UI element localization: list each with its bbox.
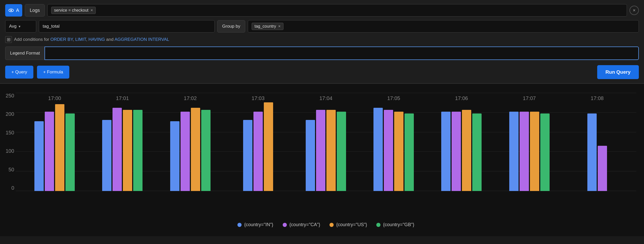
legend-item: {country="US"}	[330, 222, 367, 227]
legend-item: {country="CA"}	[283, 222, 320, 227]
chart-legend: {country="IN"}{country="CA"}{country="US…	[16, 222, 636, 233]
add-conditions-button[interactable]: ⊞	[5, 36, 12, 43]
y-label-100: 100	[1, 148, 14, 154]
bar-group	[224, 102, 292, 191]
bar-green	[540, 113, 550, 191]
bar-green	[472, 113, 482, 191]
legend-label: {country="CA"}	[289, 222, 320, 227]
bar-purple	[45, 112, 54, 191]
legend-label: {country="GB"}	[383, 222, 414, 227]
bars-container	[16, 93, 636, 191]
bar-group	[21, 104, 88, 191]
legend-dot	[376, 223, 380, 227]
agg-interval-link[interactable]: AGGREGATION INTERVAL	[115, 37, 169, 42]
bar-blue	[102, 120, 111, 191]
bar-group	[360, 108, 428, 191]
bar-green	[201, 110, 211, 191]
chart-area: 0 50 100 150 200 250 17:0017:0117:0217:0…	[16, 93, 636, 217]
bar-group	[496, 112, 563, 191]
legend-format-row: Legend Format	[5, 47, 639, 60]
bar-group	[563, 113, 631, 191]
bar-purple	[113, 108, 122, 191]
filter-tag-close-icon[interactable]: ×	[91, 8, 93, 13]
limit-link[interactable]: LIMIT	[75, 37, 86, 42]
eye-a-button[interactable]: A	[5, 4, 22, 17]
bar-blue	[441, 112, 451, 191]
bar-blue	[34, 121, 44, 191]
y-label-150: 150	[1, 130, 14, 136]
bar-orange	[394, 112, 403, 191]
avg-dropdown[interactable]: Avg ▾	[5, 20, 36, 33]
bar-blue	[306, 120, 315, 191]
group-by-bar[interactable]: tag_country ×	[248, 20, 639, 33]
bar-purple	[253, 112, 263, 191]
group-by-label: Group by	[217, 20, 245, 33]
chevron-down-icon: ▾	[19, 24, 20, 28]
eye-icon	[8, 7, 14, 13]
bar-purple	[384, 110, 393, 191]
logs-tab[interactable]: Logs	[25, 4, 45, 17]
top-panel: A Logs service = checkout × × Avg ▾ Grou…	[0, 0, 644, 84]
bar-blue	[509, 112, 519, 191]
legend-format-input[interactable]	[44, 47, 639, 60]
svg-point-1	[10, 10, 12, 11]
chart-panel: 0 50 100 150 200 250 17:0017:0117:0217:0…	[0, 84, 644, 236]
legend-dot	[237, 223, 242, 227]
bar-purple	[452, 112, 461, 191]
group-tag-close-icon[interactable]: ×	[278, 24, 281, 29]
bar-orange	[326, 110, 336, 191]
bar-group	[292, 110, 360, 191]
bar-purple	[181, 112, 190, 191]
close-icon: ×	[633, 8, 636, 13]
bar-green	[65, 113, 75, 191]
action-row: + Query + Formula Run Query	[5, 65, 639, 79]
bar-purple	[316, 110, 325, 191]
legend-item: {country="IN"}	[237, 222, 273, 227]
legend-label: {country="IN"}	[244, 222, 273, 227]
conditions-text: Add conditions for ORDER BY, LIMIT, HAVI…	[14, 37, 169, 42]
legend-dot	[330, 223, 334, 227]
bar-orange	[264, 102, 273, 191]
bar-green	[405, 113, 414, 191]
a-label: A	[16, 8, 19, 13]
bar-purple	[598, 146, 607, 191]
run-query-button[interactable]: Run Query	[597, 65, 639, 79]
bar-purple	[520, 112, 529, 191]
filter-tag: service = checkout ×	[51, 7, 96, 14]
group-tag: tag_country ×	[252, 23, 283, 30]
legend-label: {country="US"}	[336, 222, 367, 227]
conditions-row: ⊞ Add conditions for ORDER BY, LIMIT, HA…	[5, 36, 639, 43]
bar-blue	[373, 108, 383, 191]
bar-green	[133, 110, 143, 191]
legend-item: {country="GB"}	[376, 222, 414, 227]
add-formula-button[interactable]: + Formula	[37, 66, 69, 79]
bar-orange	[123, 110, 132, 191]
bar-blue	[587, 113, 597, 191]
y-label-0: 0	[1, 185, 14, 191]
bar-orange	[462, 110, 471, 191]
metric-input[interactable]	[39, 20, 215, 33]
y-label-250: 250	[1, 93, 14, 99]
query-row2: Avg ▾ Group by tag_country ×	[5, 20, 639, 33]
bar-group	[428, 110, 495, 191]
y-axis: 0 50 100 150 200 250	[1, 93, 14, 191]
bar-blue	[243, 120, 252, 191]
query-row1: A Logs service = checkout × ×	[5, 4, 639, 17]
having-link[interactable]: HAVING	[88, 37, 105, 42]
bar-orange	[55, 104, 64, 191]
legend-format-label: Legend Format	[5, 47, 44, 60]
bar-group	[88, 108, 156, 191]
bar-orange	[530, 112, 539, 191]
bar-orange	[191, 108, 200, 191]
y-label-50: 50	[1, 167, 14, 173]
bar-blue	[170, 121, 179, 191]
close-query-button[interactable]: ×	[630, 6, 639, 15]
bar-green	[337, 112, 346, 191]
add-query-button[interactable]: + Query	[5, 66, 33, 79]
order-by-link[interactable]: ORDER BY	[50, 37, 73, 42]
y-label-200: 200	[1, 111, 14, 117]
filter-bar[interactable]: service = checkout ×	[47, 4, 627, 17]
bar-group	[156, 108, 224, 191]
legend-dot	[283, 223, 287, 227]
